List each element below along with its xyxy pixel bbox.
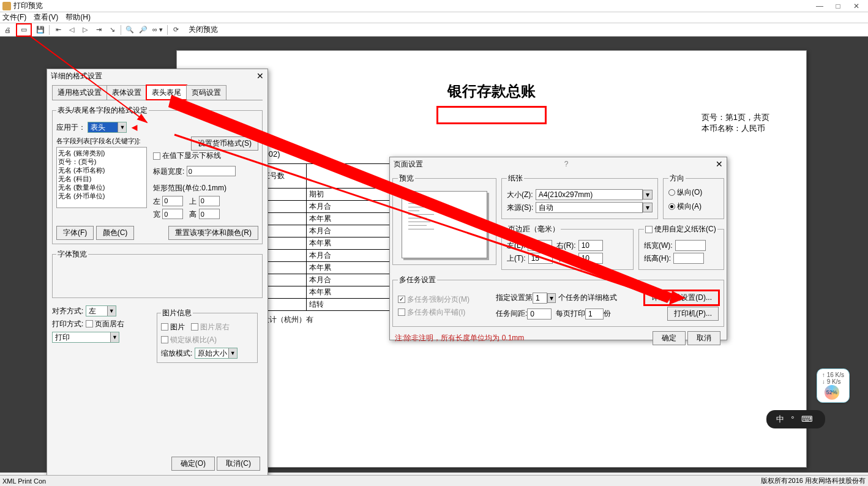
tab-general[interactable]: 通用格式设置	[52, 85, 107, 100]
detail-dialog-title: 详细的格式设置	[51, 71, 102, 81]
list-item[interactable]: 无名 (科目)	[58, 174, 145, 183]
refresh-icon[interactable]: ⟳	[171, 25, 181, 35]
pagesetup-cancel-button[interactable]: 取消	[687, 331, 720, 345]
custom-paper-checkbox[interactable]	[645, 226, 653, 233]
lock-aspect-checkbox[interactable]	[161, 336, 168, 343]
page-no-label: 页号：	[702, 113, 725, 122]
multi-group: 多任务设置	[398, 275, 437, 285]
font-button[interactable]: 字体(F)	[56, 226, 94, 240]
currency-format-button[interactable]: 设置货币格式(S)	[191, 136, 258, 151]
apply-label: 应用于：	[56, 123, 86, 132]
ime-bar[interactable]: 中 ° ⌨	[766, 410, 825, 428]
close-icon[interactable]: ✕	[716, 159, 723, 169]
first-page-icon[interactable]: ⇤	[53, 25, 63, 35]
page-right-checkbox[interactable]	[86, 320, 93, 327]
list-item[interactable]: 无名 (数量单位)	[58, 183, 145, 192]
color-button[interactable]: 颜色(C)	[96, 226, 135, 240]
subscript-checkbox[interactable]	[153, 152, 160, 160]
rect-height-input[interactable]	[199, 209, 220, 219]
help-icon[interactable]: ?	[564, 160, 569, 168]
detail-cancel-button[interactable]: 取消(C)	[217, 457, 260, 471]
tile-checkbox[interactable]	[398, 308, 405, 316]
force-page-checkbox[interactable]	[398, 296, 405, 303]
page-setup-dialog: 页面设置 ? ✕ 预览 ━━━━━━━━━━━━━━━━━━━━━━━━━━━━…	[389, 157, 727, 340]
tab-header-footer[interactable]: 表头表尾	[146, 85, 187, 100]
menu-file[interactable]: 文件(F)	[2, 12, 26, 23]
margin-bottom-input[interactable]	[578, 253, 603, 264]
chevron-down-icon[interactable]: ▾	[643, 203, 653, 212]
rect-left-input[interactable]	[162, 196, 183, 206]
tab-pagenum[interactable]: 页码设置	[186, 85, 226, 100]
printer-button[interactable]: 打印机(P)...	[667, 307, 719, 321]
close-button[interactable]: ✕	[847, 2, 866, 10]
subscript-label: 在值下显示下标线	[162, 151, 221, 160]
list-item[interactable]: 无名 (账簿类别)	[58, 149, 145, 157]
menu-help[interactable]: 帮助(H)	[65, 12, 91, 23]
rect-top-input[interactable]	[199, 196, 220, 206]
image-group: 图片信息	[161, 308, 193, 318]
zoom-level[interactable]: ∞ ▾	[152, 25, 163, 35]
close-icon[interactable]: ✕	[256, 71, 264, 81]
list-item[interactable]: 无名 (本币名称)	[58, 166, 145, 174]
preview-group: 预览	[398, 173, 415, 184]
status-left: XML Print Con	[2, 477, 46, 485]
tab-body[interactable]: 表体设置	[107, 85, 147, 100]
page-setup-icon[interactable]: ▭	[19, 25, 29, 35]
goto-page-icon[interactable]: ↘	[107, 25, 117, 35]
rect-width-input[interactable]	[162, 209, 183, 219]
red-arrow-icon: ◀	[132, 123, 137, 132]
next-page-icon[interactable]: ▷	[80, 25, 90, 35]
menu-view[interactable]: 查看(V)	[34, 12, 58, 23]
close-preview-button[interactable]: 关闭预览	[189, 24, 218, 35]
zoom-combo[interactable]: 原始大小▼	[195, 348, 238, 359]
list-item[interactable]: 无名 (外币单位)	[58, 192, 145, 200]
title-width-input[interactable]	[187, 166, 236, 176]
title-width-label: 标题宽度:	[153, 167, 184, 176]
menu-bar: 文件(F) 查看(V) 帮助(H)	[0, 12, 868, 23]
save-icon[interactable]: 💾	[36, 25, 45, 35]
maximize-button[interactable]: □	[829, 2, 847, 10]
network-widget: ↑ 16 K/s ↓ 9 K/s 52%	[817, 368, 850, 403]
paper-group: 纸张	[507, 173, 524, 184]
margin-group: 页边距（毫米）	[507, 224, 561, 234]
currency-value: 人民币	[741, 124, 765, 133]
paper-height-input[interactable]	[673, 253, 704, 264]
print-icon[interactable]: 🖨	[2, 25, 12, 35]
image-checkbox[interactable]	[161, 323, 168, 331]
align-combo[interactable]: 左▼	[86, 305, 116, 316]
currency-label: 本币名称：	[702, 124, 741, 133]
zoom-in-icon[interactable]: 🔍	[125, 25, 135, 35]
chevron-down-icon[interactable]: ▾	[547, 293, 556, 303]
portrait-radio[interactable]	[668, 189, 675, 196]
pagesetup-ok-button[interactable]: 确定	[653, 331, 686, 345]
field-listbox[interactable]: 无名 (账簿类别)页号：(页号)无名 (本币名称)无名 (科目)无名 (数量单位…	[56, 147, 147, 208]
per-page-input[interactable]	[585, 308, 604, 320]
prev-page-icon[interactable]: ◁	[67, 25, 77, 35]
list-item[interactable]: 页号：(页号)	[58, 157, 145, 166]
paper-source-combo[interactable]	[536, 202, 643, 213]
task-gap-input[interactable]	[527, 308, 552, 320]
spec-task-input[interactable]	[533, 293, 547, 304]
detail-format-dialog: 详细的格式设置 ✕ 通用格式设置 表体设置 表头表尾 页码设置 表头/表尾各字段…	[47, 69, 268, 477]
last-page-icon[interactable]: ⇥	[94, 25, 103, 35]
toolbar: 🖨 ▭ 💾 ⇤ ◁ ▷ ⇥ ↘ 🔍 🔎 ∞ ▾ ⟳ 关闭预览	[0, 23, 868, 37]
apply-combo[interactable]: 表头▼	[88, 122, 127, 133]
margin-right-input[interactable]	[578, 240, 603, 251]
align-label: 对齐方式:	[52, 307, 83, 315]
status-right: 版权所有2016 用友网络科技股份有	[761, 476, 866, 485]
chevron-down-icon[interactable]: ▾	[643, 190, 653, 200]
paper-size-combo[interactable]	[536, 189, 643, 200]
image-right-checkbox[interactable]	[191, 323, 198, 331]
paper-width-input[interactable]	[675, 240, 706, 251]
margin-left-input[interactable]	[528, 240, 552, 251]
font-preview-label: 字体预览	[56, 249, 88, 260]
note-text: 注:除非注明，所有长度单位均为 0.1mm	[395, 333, 524, 343]
landscape-radio[interactable]	[668, 203, 675, 210]
detail-ok-button[interactable]: 确定(O)	[171, 457, 215, 471]
reset-font-button[interactable]: 重置该项字体和颜色(R)	[168, 226, 258, 240]
detail-format-button[interactable]: 详细格式设置(D)...	[645, 291, 719, 305]
zoom-out-icon[interactable]: 🔎	[138, 25, 148, 35]
margin-top-input[interactable]	[528, 253, 553, 264]
print-method-combo[interactable]: 打印▼	[52, 332, 119, 343]
minimize-button[interactable]: —	[810, 2, 829, 10]
